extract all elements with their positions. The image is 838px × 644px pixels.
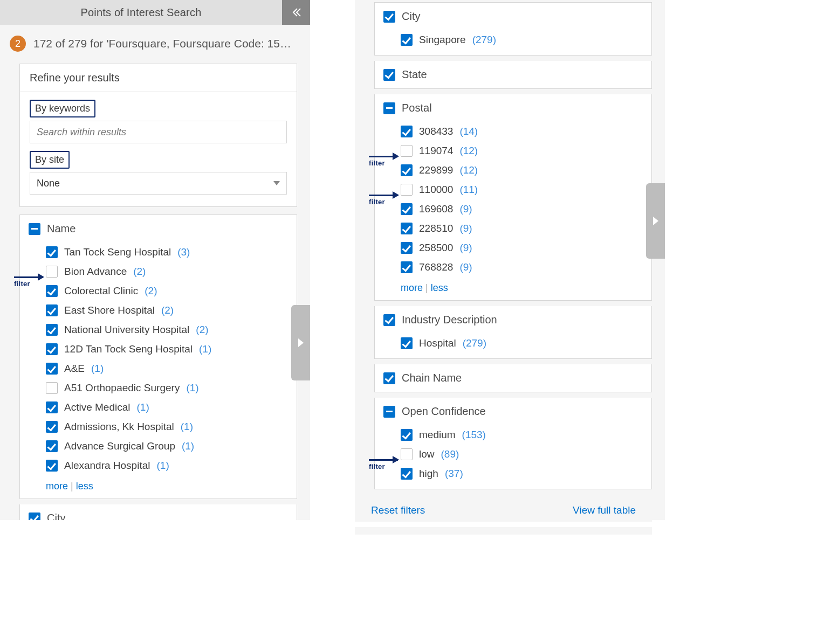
facet-item-count: (2) — [161, 304, 174, 316]
checkbox-checked-icon[interactable] — [46, 246, 58, 258]
facet-item[interactable]: 110000 (11) — [401, 180, 651, 199]
chevron-down-icon — [273, 181, 280, 185]
facet-item[interactable]: Admissions, Kk Hospital (1) — [46, 417, 297, 437]
facet-item-label: 169608 — [419, 203, 453, 215]
checkbox-checked-icon[interactable] — [401, 223, 413, 234]
facet-toggle-cityR[interactable] — [383, 11, 395, 23]
checkbox-unchecked-icon[interactable] — [46, 266, 58, 278]
site-select[interactable]: None — [30, 172, 287, 195]
facet-title: City — [47, 512, 65, 520]
checkbox-checked-icon[interactable] — [401, 261, 413, 273]
facet-item-label: Colorectal Clinic — [64, 285, 138, 297]
facet-item[interactable]: Tan Tock Seng Hospital (3) — [46, 243, 297, 262]
facet-item[interactable]: 768828 (9) — [401, 258, 651, 277]
facet-item-label: 258500 — [419, 242, 453, 254]
checkbox-checked-icon[interactable] — [46, 363, 58, 375]
checkbox-checked-icon[interactable] — [46, 343, 58, 355]
facet-item[interactable]: 229899 (12) — [401, 161, 651, 180]
checkbox-checked-icon[interactable] — [46, 304, 58, 316]
facet-toggle-name[interactable] — [29, 223, 40, 235]
facet-item[interactable]: Advance Surgical Group (1) — [46, 437, 297, 456]
facet-item-label: 308433 — [419, 126, 453, 137]
facet-item-count: (2) — [196, 324, 208, 336]
facet-item-count: (1) — [182, 440, 194, 452]
facet-item-label: Tan Tock Seng Hospital — [64, 246, 171, 258]
facet-item[interactable]: Bion Advance (2) — [46, 262, 297, 281]
more-less-links[interactable]: more | less — [20, 481, 297, 498]
checkbox-checked-icon[interactable] — [401, 126, 413, 137]
chevron-double-left-icon — [290, 6, 303, 19]
facet-item-label: Bion Advance — [64, 266, 127, 278]
checkbox-checked-icon[interactable] — [46, 460, 58, 472]
facet-item[interactable]: 308433 (14) — [401, 122, 651, 141]
facet-toggle-open[interactable] — [383, 406, 395, 418]
reset-filters-link[interactable]: Reset filters — [371, 504, 425, 516]
facet-item[interactable]: National University Hospital (2) — [46, 320, 297, 340]
view-full-table-link[interactable]: View full table — [573, 504, 636, 516]
facet-item[interactable]: Alexandra Hospital (1) — [46, 456, 297, 475]
checkbox-unchecked-icon[interactable] — [401, 145, 413, 157]
facet-item-label: Singapore — [419, 34, 466, 46]
collapse-panel-button[interactable] — [282, 0, 310, 25]
facet-cityL: CitySingapore (279) — [19, 504, 297, 520]
checkbox-checked-icon[interactable] — [401, 468, 413, 480]
checkbox-checked-icon[interactable] — [401, 203, 413, 215]
checkbox-checked-icon[interactable] — [46, 324, 58, 336]
checkbox-checked-icon[interactable] — [46, 285, 58, 297]
facet-item[interactable]: 169608 (9) — [401, 199, 651, 219]
facet-item-label: 768828 — [419, 261, 453, 273]
checkbox-checked-icon[interactable] — [46, 401, 58, 413]
checkbox-checked-icon[interactable] — [46, 440, 58, 452]
facet-item[interactable]: medium (153) — [401, 425, 651, 445]
site-select-value: None — [37, 178, 60, 189]
checkbox-checked-icon[interactable] — [401, 242, 413, 254]
facet-item-label: East Shore Hospital — [64, 304, 155, 316]
facet-item[interactable]: A51 Orthopaedic Surgery (1) — [46, 378, 297, 398]
facet-industry: Industry DescriptionHospital (279) — [374, 306, 652, 359]
facet-item[interactable]: 258500 (9) — [401, 238, 651, 258]
facet-item-count: (9) — [459, 203, 472, 215]
facet-item[interactable]: low (89) — [401, 445, 651, 464]
facet-title: Open Confidence — [402, 405, 486, 418]
search-input[interactable] — [30, 121, 287, 143]
facet-chain: Chain Name — [374, 364, 652, 392]
facet-item[interactable]: East Shore Hospital (2) — [46, 301, 297, 320]
facet-item-label: 12D Tan Tock Seng Hospital — [64, 343, 193, 355]
facet-open: Open Confidencemedium (153)low (89)high … — [374, 398, 652, 489]
facet-item-label: Advance Surgical Group — [64, 440, 175, 452]
facet-item-label: A51 Orthopaedic Surgery — [64, 382, 180, 394]
facet-toggle-cityL[interactable] — [29, 513, 40, 521]
checkbox-checked-icon[interactable] — [401, 34, 413, 46]
checkbox-unchecked-icon[interactable] — [401, 184, 413, 196]
facet-item-count: (2) — [133, 266, 146, 278]
chevron-right-icon — [297, 338, 305, 348]
checkbox-checked-icon[interactable] — [401, 337, 413, 349]
facet-item[interactable]: Singapore (279) — [401, 30, 651, 50]
checkbox-unchecked-icon[interactable] — [401, 448, 413, 460]
facet-item-label: 110000 — [419, 184, 453, 196]
facet-item[interactable]: Active Medical (1) — [46, 398, 297, 417]
facet-toggle-state[interactable] — [383, 69, 395, 81]
checkbox-checked-icon[interactable] — [401, 429, 413, 441]
facet-toggle-industry[interactable] — [383, 314, 395, 326]
facet-toggle-chain[interactable] — [383, 372, 395, 384]
facet-item[interactable]: Hospital (279) — [401, 334, 651, 353]
facet-item-label: high — [419, 468, 438, 480]
facet-item[interactable]: 228510 (9) — [401, 219, 651, 238]
facet-item[interactable]: high (37) — [401, 464, 651, 483]
checkbox-checked-icon[interactable] — [401, 164, 413, 176]
expand-panel-tab[interactable] — [291, 305, 310, 380]
facet-item-count: (1) — [186, 382, 198, 394]
more-less-links[interactable]: more | less — [375, 282, 651, 300]
checkbox-checked-icon[interactable] — [46, 421, 58, 433]
checkbox-unchecked-icon[interactable] — [46, 382, 58, 394]
facet-item[interactable]: 12D Tan Tock Seng Hospital (1) — [46, 340, 297, 359]
expand-panel-tab[interactable] — [646, 183, 665, 259]
facet-item[interactable]: A&E (1) — [46, 359, 297, 378]
facet-item[interactable]: Colorectal Clinic (2) — [46, 281, 297, 301]
facet-item-count: (153) — [462, 429, 486, 441]
facet-toggle-postal[interactable] — [383, 102, 395, 114]
facet-name: NameTan Tock Seng Hospital (3)Bion Advan… — [19, 214, 297, 499]
facet-item[interactable]: 119074 (12) — [401, 141, 651, 161]
facet-item-count: (9) — [459, 223, 472, 234]
